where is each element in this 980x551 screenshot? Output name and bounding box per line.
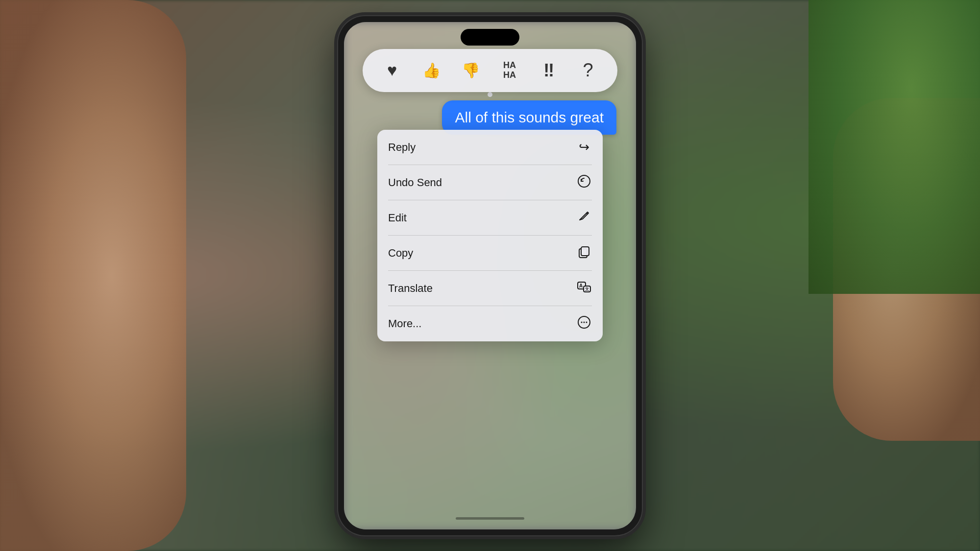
undo-send-icon	[576, 174, 592, 191]
undo-send-menu-item[interactable]: Undo Send	[377, 165, 603, 200]
copy-icon	[576, 245, 592, 262]
undo-send-label: Undo Send	[388, 176, 442, 189]
reply-menu-item[interactable]: Reply ↩	[377, 130, 603, 165]
heart-icon: ♥	[387, 61, 397, 80]
svg-text:A: A	[579, 283, 583, 288]
home-indicator	[456, 517, 524, 520]
question-icon: ?	[583, 60, 593, 81]
copy-menu-item[interactable]: Copy	[377, 236, 603, 271]
dynamic-island	[461, 29, 519, 46]
reaction-bar: ♥ 👍 👎 HAHA ‼ ?	[363, 49, 617, 92]
edit-label: Edit	[388, 212, 407, 224]
svg-point-0	[578, 175, 590, 187]
reaction-thumbsup-button[interactable]: 👍	[416, 55, 447, 86]
more-label: More...	[388, 317, 421, 330]
context-menu: Reply ↩ Undo Send Edit	[377, 130, 603, 341]
phone-device: ♥ 👍 👎 HAHA ‼ ? All of this sounds great	[338, 16, 642, 535]
reaction-exclamation-button[interactable]: ‼	[533, 55, 564, 86]
more-menu-item[interactable]: More...	[377, 306, 603, 341]
thumbsdown-icon: 👎	[462, 62, 480, 79]
copy-label: Copy	[388, 247, 413, 260]
reply-icon: ↩	[576, 140, 592, 155]
foliage-background	[808, 0, 980, 294]
reply-label: Reply	[388, 141, 416, 154]
reaction-thumbsdown-button[interactable]: 👎	[455, 55, 486, 86]
svg-text:文: 文	[585, 287, 589, 291]
svg-point-10	[586, 321, 588, 323]
translate-label: Translate	[388, 282, 433, 295]
reaction-heart-button[interactable]: ♥	[376, 55, 408, 86]
bubble-connector	[488, 92, 492, 97]
phone-screen: ♥ 👍 👎 HAHA ‼ ? All of this sounds great	[344, 22, 636, 529]
haha-icon: HAHA	[503, 61, 516, 80]
svg-point-8	[581, 321, 583, 323]
reaction-question-button[interactable]: ?	[572, 55, 604, 86]
translate-menu-item[interactable]: Translate A 文	[377, 271, 603, 306]
svg-rect-2	[581, 247, 589, 256]
more-icon	[576, 315, 592, 332]
svg-point-9	[584, 321, 585, 323]
exclamation-icon: ‼	[543, 60, 554, 81]
edit-menu-item[interactable]: Edit	[377, 200, 603, 236]
message-text: All of this sounds great	[455, 109, 604, 125]
hand-left	[0, 0, 186, 551]
reaction-haha-button[interactable]: HAHA	[494, 55, 525, 86]
edit-icon	[576, 210, 592, 226]
thumbsup-icon: 👍	[422, 62, 441, 79]
translate-icon: A 文	[576, 280, 592, 297]
